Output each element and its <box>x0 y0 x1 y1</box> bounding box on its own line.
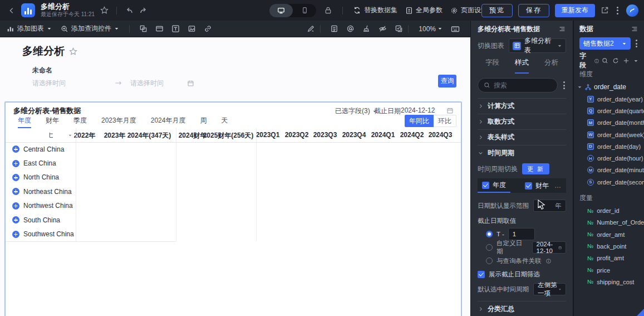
global-params-button[interactable]: 全局参数 <box>405 6 443 15</box>
radio-icon[interactable] <box>486 244 493 251</box>
save-button[interactable]: 保存 <box>518 4 549 17</box>
tab-2023-month[interactable]: 2023年月度 <box>101 116 136 128</box>
device-toggle[interactable] <box>269 4 316 17</box>
tab-analysis[interactable]: 分析 <box>544 58 558 74</box>
mobile-view-icon[interactable] <box>293 4 316 17</box>
hide-eye-off-icon[interactable] <box>375 25 391 33</box>
pivot-table-widget[interactable]: 多维分析表-销售数据 已选字段(3) 截止日期 2024-12-12 年度 财年… <box>4 101 462 316</box>
desktop-view-icon[interactable] <box>269 4 293 17</box>
custom-date-input[interactable]: 2024-12-10 <box>532 241 566 254</box>
deadline-date-value[interactable]: 2024-12-12 <box>401 106 435 114</box>
caret-down-icon[interactable] <box>633 59 638 64</box>
add-chart-button[interactable]: 添加图表 <box>7 24 52 33</box>
clean-broom-icon[interactable] <box>358 25 375 33</box>
zoom-level-control[interactable]: 100% <box>419 25 443 33</box>
radio-selected-icon[interactable] <box>486 231 493 237</box>
row-hierarchy-icon[interactable] <box>48 132 55 139</box>
date-range-picker[interactable]: 请选择时间 请选择时间 <box>32 77 194 89</box>
search-more-icon[interactable] <box>561 79 567 91</box>
dimension-label[interactable]: order_date(hour) <box>597 155 643 162</box>
undo-icon[interactable] <box>125 6 134 15</box>
text-widget-icon[interactable] <box>168 25 184 33</box>
lock-icon[interactable] <box>324 6 332 14</box>
checkbox-checked-icon[interactable] <box>525 182 532 189</box>
search-icon[interactable] <box>602 57 608 64</box>
date-end-input[interactable]: 请选择时间 <box>130 79 181 88</box>
tab-day[interactable]: 天 <box>221 116 228 128</box>
section-calc-method[interactable]: 计算方式 <box>471 99 573 114</box>
period-year-option[interactable]: 年度 <box>478 178 510 193</box>
format-brush-icon[interactable] <box>303 25 319 33</box>
group-widget-icon[interactable] <box>135 25 151 33</box>
container-widget-icon[interactable] <box>151 25 168 33</box>
todo-list-icon[interactable] <box>326 25 342 33</box>
avatar[interactable] <box>626 4 638 17</box>
section-fetch-method[interactable]: 取数方式 <box>471 114 573 129</box>
style-search-input[interactable]: 搜索 <box>478 78 558 93</box>
radio-icon[interactable] <box>486 257 493 264</box>
tab-fiscal-year[interactable]: 财年 <box>46 116 59 128</box>
more-menu-icon[interactable] <box>614 4 621 17</box>
refresh-icon[interactable] <box>612 57 619 64</box>
measure-label[interactable]: profit_amt <box>597 255 624 261</box>
dimension-label[interactable]: order_date(month) <box>597 119 644 126</box>
tab-fields[interactable]: 字段 <box>485 58 499 74</box>
dimension-tree-root[interactable]: order_date <box>574 81 644 93</box>
chart-type-select[interactable]: 多维分析表 <box>509 38 566 53</box>
measure-label[interactable]: order_id <box>597 207 619 214</box>
tab-2024-month[interactable]: 2024年月度 <box>151 116 186 128</box>
section-header-style[interactable]: 表头样式 <box>471 130 573 145</box>
add-query-control-button[interactable]: 添加查询控件 <box>61 24 119 33</box>
expand-plus-icon[interactable] <box>12 231 19 238</box>
multi-select-icon[interactable] <box>391 25 407 33</box>
expand-plus-icon[interactable] <box>12 174 19 181</box>
info-icon[interactable] <box>594 58 599 64</box>
info-icon[interactable] <box>545 258 552 264</box>
add-field-icon[interactable] <box>623 57 630 64</box>
measure-label[interactable]: back_point <box>597 243 626 250</box>
update-button[interactable]: 更 新 <box>522 163 549 174</box>
dataset-select[interactable]: 销售数据2 <box>579 37 631 50</box>
checkbox-checked-icon[interactable] <box>478 271 485 278</box>
dataset-more-icon[interactable] <box>633 37 640 50</box>
star-outline-icon[interactable] <box>69 47 77 56</box>
republish-button[interactable]: 重新发布 <box>555 4 595 17</box>
calendar-icon[interactable] <box>446 107 454 114</box>
section-time-period[interactable]: 时间周期 <box>471 145 573 161</box>
caret-down-icon[interactable] <box>68 133 72 138</box>
tab-week[interactable]: 周 <box>200 116 207 128</box>
expand-plus-icon[interactable] <box>12 145 19 153</box>
period-more-button[interactable]: … <box>554 182 566 189</box>
measure-label[interactable]: shipping_cost <box>597 279 634 285</box>
dimension-label[interactable]: order_date(week) <box>597 132 644 138</box>
dimension-label[interactable]: order_date(day) <box>597 143 641 150</box>
measure-label[interactable]: order_amt <box>597 231 625 238</box>
dimension-label[interactable]: order_date(year) <box>597 96 643 103</box>
mom-compare-button[interactable]: 环比 <box>434 115 456 127</box>
expand-plus-icon[interactable] <box>12 202 19 210</box>
date-start-input[interactable]: 请选择时间 <box>32 79 83 88</box>
period-fiscal-option[interactable]: 财年 <box>520 178 553 193</box>
replace-dataset-button[interactable]: 替换数据集 <box>353 6 397 15</box>
back-icon[interactable] <box>8 7 16 14</box>
outline-list-icon[interactable] <box>631 25 638 33</box>
tab-year[interactable]: 年度 <box>18 116 31 128</box>
dimension-label[interactable]: order_date(second) <box>597 179 644 186</box>
yoy-compare-button[interactable]: 年同比 <box>405 115 434 127</box>
favorite-star-icon[interactable] <box>100 6 109 14</box>
expand-plus-icon[interactable] <box>12 216 19 223</box>
keyboard-shortcuts-icon[interactable] <box>447 25 464 33</box>
default-period-select[interactable]: 左侧第一项 <box>533 283 566 295</box>
date-range-input[interactable]: 3 年 <box>533 200 566 212</box>
link-widget-icon[interactable] <box>200 25 216 33</box>
measure-label[interactable]: Number_of_Orders <box>597 219 644 226</box>
selected-fields-dropdown[interactable]: 已选字段(3) <box>335 106 377 116</box>
tab-quarter[interactable]: 季度 <box>73 116 87 128</box>
tab-style[interactable]: 样式 <box>515 58 529 74</box>
share-export-icon[interactable] <box>601 6 609 14</box>
expand-plus-icon[interactable] <box>12 188 19 195</box>
preview-button[interactable]: 预览 <box>481 4 513 17</box>
dimension-label[interactable]: order_date(minute) <box>597 167 644 173</box>
dimension-label[interactable]: order_date(quarter) <box>597 108 644 114</box>
measure-label[interactable]: price <box>597 267 610 274</box>
